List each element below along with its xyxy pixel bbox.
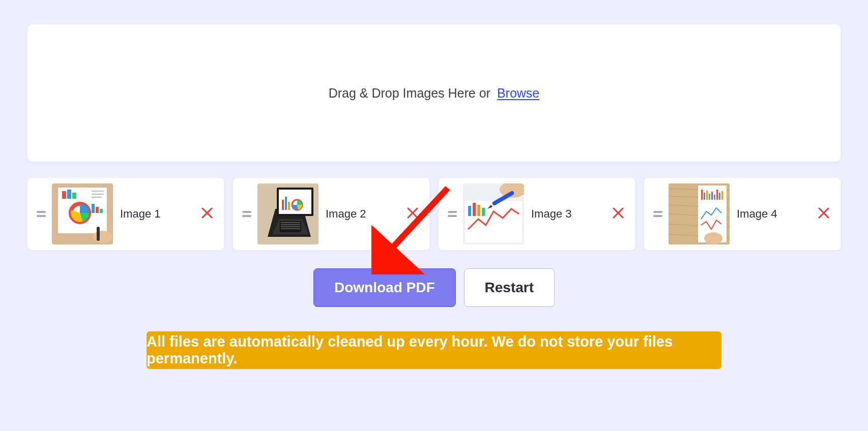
svg-rect-47 bbox=[704, 193, 705, 200]
close-icon bbox=[200, 206, 214, 220]
svg-rect-3 bbox=[62, 191, 66, 199]
image-card[interactable]: Image 3 bbox=[439, 178, 635, 250]
svg-rect-31 bbox=[473, 203, 476, 216]
svg-rect-30 bbox=[468, 206, 471, 216]
svg-rect-49 bbox=[709, 194, 710, 200]
svg-rect-48 bbox=[706, 191, 708, 200]
svg-rect-26 bbox=[281, 226, 300, 227]
svg-rect-21 bbox=[288, 202, 290, 210]
image-card[interactable]: Image 2 bbox=[233, 178, 429, 250]
image-thumbnail bbox=[257, 183, 319, 244]
svg-rect-27 bbox=[281, 228, 300, 229]
action-buttons: Download PDF Restart bbox=[27, 268, 841, 307]
image-label: Image 4 bbox=[737, 206, 815, 222]
image-thumbnail bbox=[463, 183, 524, 244]
image-thumbnail bbox=[669, 183, 730, 244]
drop-zone-text: Drag & Drop Images Here or Browse bbox=[329, 86, 540, 101]
svg-rect-53 bbox=[719, 193, 720, 200]
images-list: Image 1 bbox=[27, 178, 841, 250]
svg-rect-24 bbox=[281, 222, 300, 223]
drag-handle-icon[interactable] bbox=[448, 210, 457, 218]
remove-image-button[interactable] bbox=[198, 204, 216, 224]
svg-rect-20 bbox=[285, 197, 287, 210]
svg-rect-51 bbox=[714, 195, 715, 200]
restart-button[interactable]: Restart bbox=[464, 268, 555, 307]
close-icon bbox=[612, 206, 625, 220]
svg-rect-50 bbox=[711, 192, 713, 200]
drag-handle-icon[interactable] bbox=[37, 210, 46, 218]
remove-image-button[interactable] bbox=[610, 204, 627, 224]
image-card[interactable]: Image 1 bbox=[27, 178, 224, 250]
image-thumbnail bbox=[52, 183, 113, 244]
drag-handle-icon[interactable] bbox=[242, 210, 251, 218]
svg-rect-8 bbox=[92, 197, 102, 198]
svg-rect-13 bbox=[97, 227, 100, 241]
svg-rect-10 bbox=[96, 207, 99, 213]
close-icon bbox=[406, 206, 419, 220]
image-label: Image 3 bbox=[531, 206, 610, 222]
svg-rect-25 bbox=[281, 224, 300, 225]
svg-rect-11 bbox=[100, 209, 103, 213]
info-banner: All files are automatically cleaned up e… bbox=[147, 331, 721, 369]
svg-rect-5 bbox=[72, 193, 76, 199]
remove-image-button[interactable] bbox=[815, 204, 832, 224]
browse-link[interactable]: Browse bbox=[497, 86, 539, 100]
drop-zone-prompt: Drag & Drop Images Here or bbox=[329, 86, 490, 100]
drag-handle-icon[interactable] bbox=[653, 210, 662, 218]
svg-rect-6 bbox=[92, 191, 104, 192]
svg-rect-9 bbox=[92, 204, 95, 213]
svg-point-55 bbox=[704, 232, 722, 244]
svg-rect-46 bbox=[701, 190, 703, 200]
svg-rect-32 bbox=[477, 205, 480, 216]
svg-point-12 bbox=[93, 231, 113, 243]
close-icon bbox=[817, 206, 830, 220]
svg-rect-19 bbox=[282, 200, 284, 210]
svg-rect-7 bbox=[92, 194, 104, 195]
svg-rect-54 bbox=[721, 191, 723, 200]
download-pdf-button[interactable]: Download PDF bbox=[313, 268, 456, 307]
drop-zone[interactable]: Drag & Drop Images Here or Browse bbox=[27, 24, 841, 162]
svg-rect-4 bbox=[67, 190, 71, 199]
svg-rect-33 bbox=[482, 208, 485, 216]
svg-rect-52 bbox=[716, 190, 718, 200]
image-label: Image 2 bbox=[326, 206, 404, 222]
image-label: Image 1 bbox=[120, 206, 198, 222]
remove-image-button[interactable] bbox=[404, 204, 421, 224]
image-card[interactable]: Image 4 bbox=[644, 178, 841, 250]
